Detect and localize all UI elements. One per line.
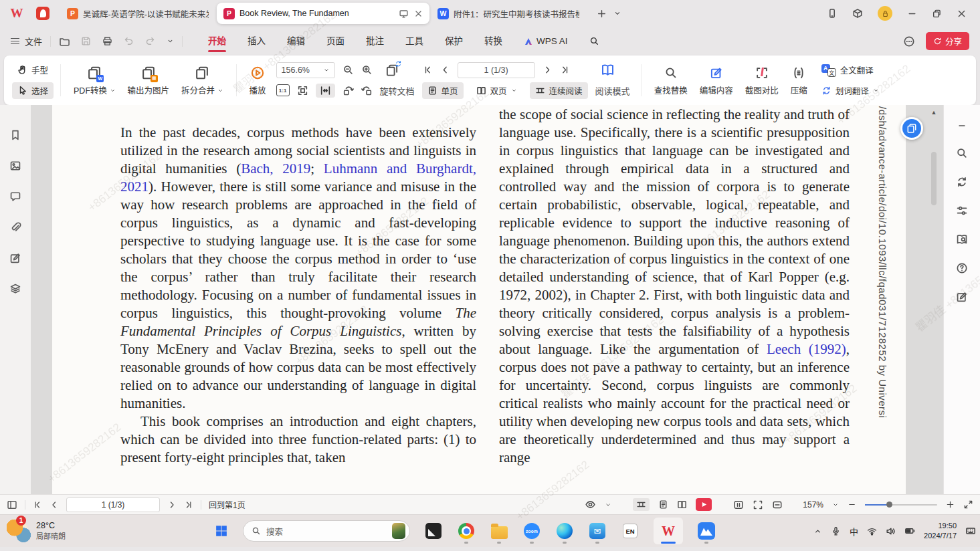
next-page-button[interactable]: [543, 65, 553, 75]
single-page-button[interactable]: 单页: [422, 82, 464, 99]
double-page-toggle[interactable]: [677, 500, 687, 510]
zoom-level-input[interactable]: 156.6%: [276, 62, 335, 78]
scroll-up-arrow[interactable]: ▲: [928, 109, 939, 116]
weather-widget[interactable]: 1 28°C 局部晴朗: [7, 518, 66, 543]
taskbar-app-mail[interactable]: ✉: [588, 518, 607, 544]
taskbar-app-meeting[interactable]: [697, 518, 716, 544]
fullscreen-icon[interactable]: [963, 500, 973, 510]
zoom-slider-knob[interactable]: [886, 502, 892, 508]
next-page-button[interactable]: [167, 500, 177, 510]
new-tab-icon[interactable]: [597, 9, 607, 19]
taskbar-app-zoom[interactable]: zoom: [522, 518, 541, 544]
help-icon[interactable]: [956, 262, 968, 274]
microphone-icon[interactable]: [831, 526, 841, 536]
clock-widget[interactable]: 19:50 2024/7/17: [924, 521, 957, 541]
menu-tab-insert[interactable]: 插入: [237, 27, 276, 56]
extract-image-float-button[interactable]: [900, 117, 923, 140]
save-icon[interactable]: [81, 36, 91, 46]
wifi-icon[interactable]: [867, 526, 877, 536]
reading-assist-icon[interactable]: [956, 233, 968, 245]
taskbar-app-edge[interactable]: [555, 518, 574, 544]
double-page-button[interactable]: 双页: [471, 82, 522, 99]
rotate-left-button[interactable]: [342, 85, 354, 96]
menu-tab-home[interactable]: 开始: [197, 27, 237, 56]
wps-logo[interactable]: W: [5, 6, 28, 21]
help-more-icon[interactable]: [903, 35, 915, 47]
page-number-input[interactable]: 1 (1/3): [458, 62, 535, 78]
last-page-button[interactable]: [560, 65, 570, 75]
menu-search[interactable]: [579, 27, 610, 56]
fit-width-button[interactable]: [316, 84, 335, 98]
read-mode-button[interactable]: 阅读模式: [595, 84, 630, 97]
play-button[interactable]: [696, 498, 712, 511]
hidden-icons-chevron[interactable]: [813, 527, 822, 536]
find-replace-button[interactable]: 查找替换: [648, 65, 694, 96]
zoom-in-icon[interactable]: [361, 64, 373, 76]
zoom-out-icon[interactable]: [342, 64, 354, 76]
zoom-out-minus-icon[interactable]: [848, 500, 856, 509]
scrollbar-thumb[interactable]: [931, 152, 937, 205]
open-file-icon[interactable]: [59, 36, 70, 47]
taskbar-app-wps-active[interactable]: W: [654, 518, 683, 544]
tab-word[interactable]: W 附件1：研究生中期考核读书报告模板: [431, 3, 586, 23]
back-to-page-button[interactable]: 回到第1页: [209, 499, 246, 510]
skin-settings-icon[interactable]: [852, 8, 863, 19]
collapse-panel-icon[interactable]: [957, 121, 967, 130]
menu-tab-tools[interactable]: 工具: [395, 27, 434, 56]
first-page-button[interactable]: [33, 500, 42, 510]
menu-tab-edit[interactable]: 编辑: [276, 27, 316, 56]
ime-mode-badge[interactable]: 中: [850, 525, 858, 538]
feedback-edit-icon[interactable]: [956, 291, 968, 303]
first-page-button[interactable]: [423, 65, 433, 75]
taskbar-app-dark[interactable]: [424, 518, 443, 544]
zoom-in-plus-icon[interactable]: [946, 500, 955, 509]
menu-tab-protect[interactable]: 保护: [434, 27, 474, 56]
pdf-page[interactable]: In the past decades, corpus methods have…: [52, 105, 906, 494]
menu-tab-wps-ai[interactable]: WPS AI: [513, 27, 579, 56]
vertical-scrollbar[interactable]: ▲: [928, 109, 939, 490]
zoom-slider[interactable]: [865, 504, 937, 506]
single-page-toggle[interactable]: [658, 500, 668, 510]
split-merge-button[interactable]: 拆分合并: [175, 65, 229, 96]
translate-panel-icon[interactable]: [956, 176, 968, 188]
hand-tool-button[interactable]: 手型: [12, 62, 54, 78]
print-icon[interactable]: [102, 36, 112, 46]
chevron-down-icon[interactable]: [832, 502, 839, 508]
touch-keyboard-icon[interactable]: [965, 526, 976, 536]
docer-icon[interactable]: [36, 7, 50, 20]
actual-size-button[interactable]: 1:1: [276, 84, 290, 96]
tab-list-chevron-icon[interactable]: [613, 9, 621, 17]
menu-tab-convert[interactable]: 转换: [474, 27, 513, 56]
more-actions-chevron-icon[interactable]: [167, 37, 174, 45]
taskbar-app-chrome[interactable]: [457, 518, 476, 544]
restore-window-button[interactable]: [932, 9, 942, 19]
screenshot-compare-button[interactable]: 截图对比: [739, 65, 785, 96]
taskbar-app-language[interactable]: EN: [621, 518, 640, 544]
close-tab-icon[interactable]: [414, 9, 423, 18]
edit-content-button[interactable]: 编辑内容: [694, 65, 739, 96]
volume-icon[interactable]: [886, 526, 896, 536]
close-window-button[interactable]: [957, 9, 967, 19]
citation-link[interactable]: Leech (1992): [767, 341, 846, 357]
minimize-button[interactable]: [907, 9, 917, 19]
page-number-input[interactable]: 1 (1/3): [66, 498, 160, 512]
mobile-link-icon[interactable]: [827, 8, 838, 19]
toggle-sidebar-icon[interactable]: [7, 500, 17, 510]
view-mode-eye-icon[interactable]: [585, 499, 596, 510]
rotate-doc-label[interactable]: 旋转文档: [380, 84, 415, 97]
signature-panel-icon[interactable]: [9, 252, 21, 264]
previous-page-button[interactable]: [50, 500, 59, 510]
attachments-panel-icon[interactable]: [9, 221, 21, 233]
battery-icon[interactable]: [904, 526, 915, 536]
zoom-percent-label[interactable]: 157%: [803, 500, 823, 510]
play-slideshow-button[interactable]: 播放: [243, 65, 272, 96]
undo-icon[interactable]: [124, 36, 134, 46]
fit-screen-button[interactable]: [753, 500, 763, 510]
citation-link[interactable]: Bach, 2019: [241, 160, 310, 177]
search-highlight-thumbnail[interactable]: [392, 523, 405, 539]
rotate-pages-icon[interactable]: [385, 62, 399, 78]
taskbar-search-box[interactable]: 搜索: [243, 520, 410, 542]
menu-tab-page[interactable]: 页面: [316, 27, 355, 56]
previous-page-button[interactable]: [440, 65, 450, 75]
taskbar-app-file-explorer[interactable]: [490, 518, 508, 544]
